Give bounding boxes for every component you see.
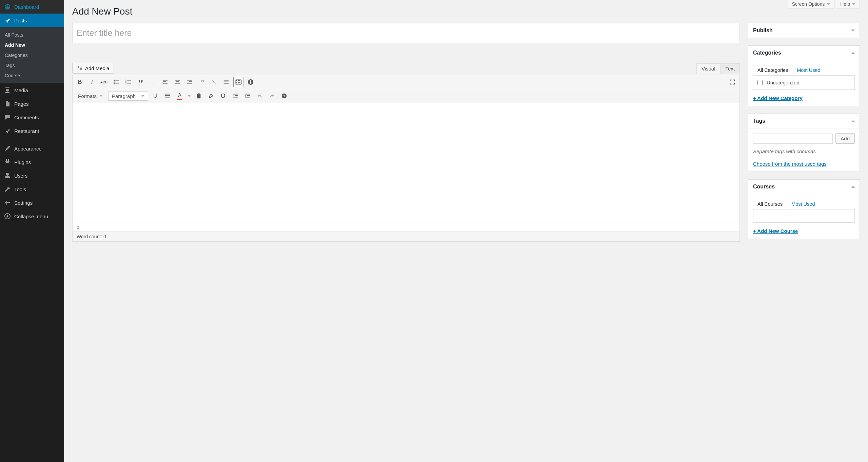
categories-title: Categories bbox=[753, 50, 781, 56]
svg-rect-14 bbox=[127, 82, 131, 82]
tab-most-used-categories[interactable]: Most Used bbox=[792, 65, 825, 75]
nav-pages[interactable]: Pages bbox=[0, 97, 64, 111]
add-element-button[interactable] bbox=[245, 77, 256, 87]
indent-button[interactable] bbox=[242, 91, 253, 101]
fullscreen-button[interactable] bbox=[727, 77, 737, 87]
tab-most-used-courses[interactable]: Most Used bbox=[787, 199, 819, 209]
svg-rect-25 bbox=[189, 81, 192, 82]
nav-restaurant-label: Restaurant bbox=[14, 128, 39, 134]
add-course-link[interactable]: + Add New Course bbox=[753, 228, 798, 234]
text-color-picker[interactable] bbox=[187, 91, 192, 101]
toolbar-toggle-button[interactable] bbox=[233, 77, 243, 87]
unlink-button[interactable] bbox=[209, 77, 219, 87]
nav-tools[interactable]: Tools bbox=[0, 182, 64, 196]
tab-text[interactable]: Text bbox=[720, 63, 740, 74]
plug-icon bbox=[4, 159, 11, 165]
chevron-down-icon bbox=[852, 3, 855, 5]
nav-media[interactable]: Media bbox=[0, 83, 64, 97]
courses-title: Courses bbox=[753, 184, 775, 190]
category-tabs: All Categories Most Used bbox=[753, 65, 855, 76]
nav-plugins[interactable]: Plugins bbox=[0, 155, 64, 169]
editor-word-count: Word count: 0 bbox=[72, 232, 740, 242]
redo-button[interactable] bbox=[267, 91, 277, 101]
tags-title: Tags bbox=[753, 118, 765, 124]
nav-posts[interactable]: Posts bbox=[0, 14, 64, 27]
help-button[interactable]: ? bbox=[279, 91, 289, 101]
justify-button[interactable] bbox=[162, 91, 173, 101]
svg-rect-24 bbox=[187, 80, 192, 81]
text-color-button[interactable]: A bbox=[175, 91, 185, 101]
svg-rect-29 bbox=[224, 83, 229, 84]
courses-header[interactable]: Courses bbox=[748, 180, 860, 194]
choose-tags-link[interactable]: Choose from the most used tags bbox=[753, 161, 827, 167]
svg-rect-20 bbox=[163, 83, 167, 84]
nav-settings[interactable]: Settings bbox=[0, 196, 64, 209]
align-left-button[interactable] bbox=[160, 77, 170, 87]
nav-plugins-label: Plugins bbox=[14, 159, 31, 165]
tab-all-courses[interactable]: All Courses bbox=[753, 199, 787, 209]
hr-button[interactable] bbox=[148, 77, 158, 87]
nav-sub-all-posts[interactable]: All Posts bbox=[0, 30, 64, 40]
nav-appearance[interactable]: Appearance bbox=[0, 142, 64, 155]
screen-options-tab[interactable]: Screen Options bbox=[788, 0, 835, 8]
nav-sub-add-new[interactable]: Add New bbox=[0, 40, 64, 50]
special-char-button[interactable]: Ω bbox=[218, 91, 228, 101]
bullet-list-button[interactable] bbox=[111, 77, 121, 87]
add-category-link[interactable]: + Add New Category bbox=[753, 95, 803, 101]
strikethrough-button[interactable]: ABC bbox=[99, 77, 109, 87]
svg-rect-40 bbox=[165, 95, 170, 96]
blockquote-button[interactable] bbox=[136, 77, 146, 87]
align-center-button[interactable] bbox=[172, 77, 182, 87]
italic-button[interactable]: I bbox=[87, 77, 97, 87]
chevron-down-icon bbox=[99, 95, 103, 97]
link-button[interactable] bbox=[197, 77, 207, 87]
comments-icon bbox=[4, 114, 11, 121]
nav-posts-label: Posts bbox=[14, 18, 27, 23]
help-tab[interactable]: Help bbox=[836, 0, 860, 8]
formats-dropdown[interactable]: Formats bbox=[75, 92, 106, 100]
nav-settings-label: Settings bbox=[14, 200, 33, 206]
svg-rect-33 bbox=[239, 80, 240, 81]
categories-header[interactable]: Categories bbox=[748, 46, 860, 60]
post-title-input[interactable] bbox=[72, 23, 740, 43]
svg-rect-41 bbox=[165, 97, 170, 98]
more-button[interactable] bbox=[221, 77, 231, 87]
add-media-button[interactable]: Add Media bbox=[72, 63, 114, 74]
underline-button[interactable]: U bbox=[150, 91, 160, 101]
tag-input[interactable] bbox=[753, 134, 833, 144]
nav-users[interactable]: Users bbox=[0, 169, 64, 182]
paste-button[interactable] bbox=[194, 91, 204, 101]
undo-button[interactable] bbox=[255, 91, 265, 101]
pin-icon bbox=[4, 127, 11, 134]
tab-all-categories[interactable]: All Categories bbox=[753, 65, 792, 75]
nav-sub-course[interactable]: Course bbox=[0, 71, 64, 81]
nav-dashboard[interactable]: Dashboard bbox=[0, 0, 64, 14]
nav-collapse[interactable]: Collapse menu bbox=[0, 209, 64, 223]
tags-header[interactable]: Tags bbox=[748, 114, 860, 128]
nav-sub-categories[interactable]: Categories bbox=[0, 50, 64, 60]
svg-rect-46 bbox=[233, 97, 238, 98]
numbered-list-button[interactable]: 123 bbox=[123, 77, 134, 87]
clear-format-button[interactable] bbox=[206, 91, 216, 101]
nav-tools-label: Tools bbox=[14, 186, 26, 192]
publish-header[interactable]: Publish bbox=[748, 23, 860, 38]
paragraph-dropdown[interactable]: Paragraph bbox=[108, 92, 148, 101]
outdent-button[interactable] bbox=[230, 91, 240, 101]
bold-button[interactable]: B bbox=[75, 77, 85, 87]
add-tag-button[interactable]: Add bbox=[835, 133, 855, 144]
align-right-button[interactable] bbox=[184, 77, 195, 87]
tags-box: Tags Add Separate tags with commas Choos… bbox=[748, 114, 860, 172]
nav-comments[interactable]: Comments bbox=[0, 111, 64, 124]
tab-visual[interactable]: Visual bbox=[696, 63, 721, 74]
nav-sub-tags[interactable]: Tags bbox=[0, 60, 64, 71]
editor-content[interactable] bbox=[72, 103, 740, 223]
nav-media-label: Media bbox=[14, 87, 28, 93]
svg-rect-34 bbox=[236, 82, 237, 83]
svg-point-5 bbox=[114, 80, 115, 81]
nav-restaurant[interactable]: Restaurant bbox=[0, 124, 64, 138]
chevron-down-icon bbox=[827, 3, 830, 5]
svg-rect-12 bbox=[127, 80, 131, 81]
category-checkbox[interactable] bbox=[757, 80, 763, 85]
chevron-down-icon bbox=[851, 29, 855, 32]
category-item[interactable]: Uncategorized bbox=[757, 80, 850, 85]
